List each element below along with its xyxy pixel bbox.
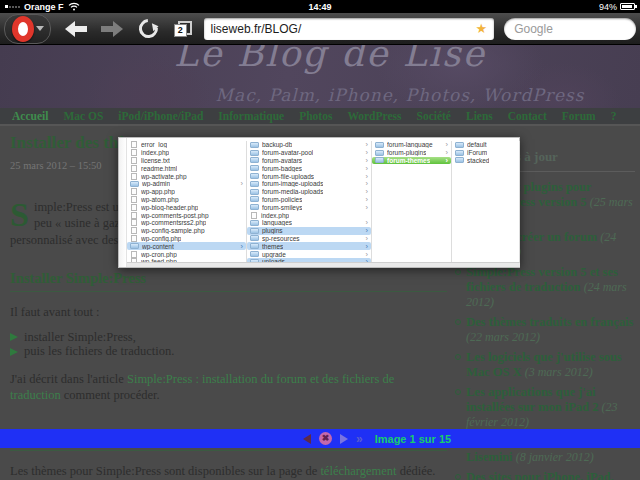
finder-item-wp-app-php[interactable]: wp-app.php xyxy=(127,188,246,196)
text: dédiée. xyxy=(397,464,436,478)
text: Les thèmes pour Simple:Press sont dispon… xyxy=(10,464,320,478)
finder-item-wp-blog-header-php[interactable]: wp-blog-header.php xyxy=(127,203,246,211)
finder-item-name: error_log xyxy=(141,141,167,148)
post-link[interactable]: Simple:Press version 5 et ses fichiers d… xyxy=(466,265,635,310)
bullet-icon xyxy=(455,389,461,395)
finder-item-wp-comments-post-php[interactable]: wp-comments-post.php xyxy=(127,211,246,219)
finder-item-readme-html[interactable]: readme.html xyxy=(127,164,246,172)
finder-item-forum-avatar-pool[interactable]: forum-avatar-pool› xyxy=(247,149,371,157)
nav-item-forum[interactable]: Forum xyxy=(562,110,596,122)
forward-button[interactable] xyxy=(101,21,123,37)
finder-item-wp-commentsrss2-php[interactable]: wp-commentsrss2.php xyxy=(127,219,246,227)
nav-item-accueil[interactable]: Accueil xyxy=(12,110,48,122)
address-bar[interactable]: liseweb.fr/BLOG/ ★ xyxy=(204,18,495,40)
text: J'ai décrit dans l'article xyxy=(10,372,127,386)
finder-item-languages[interactable]: languages› xyxy=(247,219,371,227)
finder-item-name: wp-content xyxy=(142,243,174,250)
finder-item-wp-cron-php[interactable]: wp-cron.php xyxy=(127,250,246,258)
link-download-page[interactable]: téléchargement xyxy=(320,464,396,478)
next-image-button[interactable] xyxy=(340,434,348,444)
finder-item-forum-smileys[interactable]: forum-smileys› xyxy=(247,203,371,211)
sidebar-post-item[interactable]: Simple:Press version 5 et ses fichiers d… xyxy=(455,265,635,310)
previous-image-button[interactable] xyxy=(303,434,311,444)
close-lightbox-button[interactable]: ✖ xyxy=(319,432,332,445)
finder-item-forum-media-uploads[interactable]: forum-media-uploads› xyxy=(247,188,371,196)
finder-item-name: wp-atom.php xyxy=(141,196,179,203)
finder-item-name: readme.html xyxy=(141,165,177,172)
nav-item--[interactable]: ? xyxy=(611,110,617,122)
lightbox-image-finder-screenshot[interactable]: error_logindex.phplicense.txtreadme.html… xyxy=(118,137,520,268)
finder-item-wp-activate-php[interactable]: wp-activate.php xyxy=(127,172,246,180)
finder-column-3: forum-language›forum-plugins›forum-theme… xyxy=(372,141,452,267)
back-arrow-icon xyxy=(65,21,87,37)
finder-item-themes[interactable]: themes› xyxy=(247,242,371,250)
post-link[interactable]: Les logiciels que j'utilise sous Mac OS … xyxy=(466,350,635,380)
post-link[interactable]: Des thèmes traduits en français (22 mars… xyxy=(466,315,635,345)
sidebar-post-item[interactable]: Des sites pour iPhone, iPad, iPod (1 jan… xyxy=(455,470,635,480)
finder-item-iforum[interactable]: iForum xyxy=(452,149,519,157)
finder-item-name: wp-blog-header.php xyxy=(141,204,198,211)
tabs-button[interactable]: 2 xyxy=(174,21,192,37)
section2-p1: Les thèmes pour Simple:Press sont dispon… xyxy=(10,463,447,479)
opera-menu-button[interactable] xyxy=(4,14,51,44)
finder-item-plugins[interactable]: plugins› xyxy=(247,227,371,235)
finder-item-name: sp-resources xyxy=(262,235,300,242)
nav-item-soci-t-[interactable]: Société xyxy=(416,110,450,122)
reload-button[interactable] xyxy=(135,15,162,42)
finder-item-index-php[interactable]: index.php xyxy=(127,149,246,157)
bullet-icon xyxy=(455,474,461,480)
finder-item-index-php[interactable]: index.php xyxy=(247,211,371,219)
finder-item-stacked[interactable]: stacked xyxy=(452,157,519,165)
finder-item-sp-resources[interactable]: sp-resources› xyxy=(247,235,371,243)
finder-item-forum-language[interactable]: forum-language› xyxy=(372,141,451,149)
finder-item-wp-admin[interactable]: wp-admin› xyxy=(127,180,246,188)
post-link[interactable]: Les applications que j'ai installées sur… xyxy=(466,385,635,430)
search-input[interactable]: Google xyxy=(504,18,636,40)
finder-item-forum-avatars[interactable]: forum-avatars› xyxy=(247,157,371,165)
bookmark-star-icon[interactable]: ★ xyxy=(476,21,488,36)
finder-item-wp-config-sample-php[interactable]: wp-config-sample.php xyxy=(127,227,246,235)
file-icon xyxy=(131,235,137,242)
finder-item-license-txt[interactable]: license.txt xyxy=(127,157,246,165)
finder-item-forum-badges[interactable]: forum-badges› xyxy=(247,164,371,172)
last-image-button[interactable]: » xyxy=(356,433,363,445)
finder-item-wp-content[interactable]: wp-content› xyxy=(127,242,246,250)
nav-item-photos[interactable]: Photos xyxy=(299,110,332,122)
nav-item-liens[interactable]: Liens xyxy=(466,110,493,122)
file-icon xyxy=(131,204,137,211)
finder-item-forum-image-uploads[interactable]: forum-image-uploads› xyxy=(247,180,371,188)
nav-item-wordpress[interactable]: WordPress xyxy=(347,110,401,122)
sidebar-post-item[interactable]: Les logiciels que j'utilise sous Mac OS … xyxy=(455,350,635,380)
clock: 14:49 xyxy=(0,2,640,12)
post-link[interactable]: Des sites pour iPhone, iPad, iPod (1 jan… xyxy=(466,470,635,480)
finder-item-forum-policies[interactable]: forum-policies› xyxy=(247,196,371,204)
finder-item-forum-themes[interactable]: forum-themes› xyxy=(372,157,451,165)
finder-item-upgrade[interactable]: upgrade› xyxy=(247,250,371,258)
finder-item-forum-plugins[interactable]: forum-plugins› xyxy=(372,149,451,157)
folder-icon xyxy=(250,235,259,241)
finder-item-name: forum-avatars xyxy=(262,157,302,164)
column-chevron-icon: › xyxy=(366,165,369,172)
sidebar-post-item[interactable]: Des thèmes traduits en français (22 mars… xyxy=(455,315,635,345)
finder-item-error-log[interactable]: error_log xyxy=(127,141,246,149)
finder-item-name: wp-config-sample.php xyxy=(141,227,205,234)
finder-item-name: wp-comments-post.php xyxy=(141,212,209,219)
finder-item-backup-db[interactable]: backup-db› xyxy=(247,141,371,149)
sidebar-post-item[interactable]: Les applications que j'ai installées sur… xyxy=(455,385,635,430)
nav-item-mac-os[interactable]: Mac OS xyxy=(63,110,103,122)
bullet-text: puis les fichiers de traduction. xyxy=(24,344,174,358)
finder-item-name: forum-badges xyxy=(262,165,302,172)
finder-item-name: plugins xyxy=(262,227,283,234)
finder-item-default[interactable]: default xyxy=(452,141,519,149)
back-button[interactable] xyxy=(65,21,87,37)
nav-item-informatique[interactable]: Informatique xyxy=(218,110,284,122)
finder-item-forum-file-uploads[interactable]: forum-file-uploads› xyxy=(247,172,371,180)
folder-icon xyxy=(455,150,464,156)
nav-item-contact[interactable]: Contact xyxy=(508,110,547,122)
folder-icon xyxy=(250,251,259,257)
finder-item-wp-atom-php[interactable]: wp-atom.php xyxy=(127,196,246,204)
file-icon xyxy=(131,173,137,180)
finder-item-wp-config-php[interactable]: wp-config.php xyxy=(127,235,246,243)
nav-item-ipod-iphone-ipad[interactable]: iPod/iPhone/iPad xyxy=(118,110,203,122)
finder-item-name: index.php xyxy=(141,149,169,156)
